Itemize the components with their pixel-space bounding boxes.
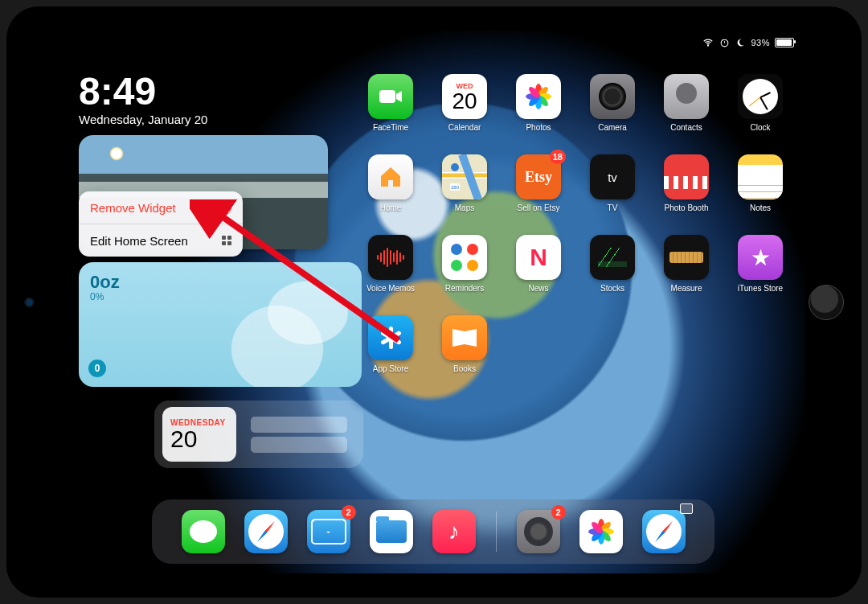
app-appstore-icon xyxy=(368,315,413,360)
app-contacts-icon xyxy=(664,74,709,119)
wifi-icon xyxy=(702,37,714,48)
widget-calendar[interactable]: WEDNESDAY 20 xyxy=(154,401,363,468)
app-safari-icon xyxy=(244,510,288,553)
status-bar: 93% xyxy=(72,35,794,50)
edit-home-screen-button[interactable]: Edit Home Screen xyxy=(79,224,243,257)
app-safari[interactable] xyxy=(244,510,289,553)
app-calendar[interactable]: WED20Calendar xyxy=(442,74,487,132)
app-stocks-icon xyxy=(590,235,635,280)
app-stocks[interactable]: Stocks xyxy=(590,235,635,293)
app-label: iTunes Store xyxy=(738,284,783,293)
app-label: Measure xyxy=(671,284,702,293)
app-photos[interactable] xyxy=(579,510,624,553)
app-camera-icon xyxy=(590,74,635,119)
app-messages-icon xyxy=(182,510,225,553)
app-vm[interactable]: Voice Memos xyxy=(368,235,413,293)
app-vm-icon xyxy=(368,235,413,280)
app-files[interactable] xyxy=(369,510,414,553)
app-photos[interactable]: Photos xyxy=(516,74,561,132)
app-clock[interactable]: Clock xyxy=(738,74,783,132)
dock-recent: 2 xyxy=(516,510,686,553)
home-button[interactable] xyxy=(809,285,844,320)
front-camera xyxy=(26,298,33,306)
widget-water-tracker[interactable]: 0oz 0% 0 xyxy=(79,262,362,387)
app-books[interactable]: Books xyxy=(442,315,487,373)
app-label: Stocks xyxy=(600,284,624,293)
app-pb-icon xyxy=(664,154,709,199)
calendar-day: 20 xyxy=(170,427,236,451)
app-books-icon xyxy=(442,315,487,360)
app-messages[interactable] xyxy=(181,510,226,553)
app-appstore[interactable]: App Store xyxy=(368,315,413,373)
battery-percentage: 93% xyxy=(751,38,770,47)
svg-text:280: 280 xyxy=(451,185,460,190)
app-photos-icon xyxy=(579,510,623,553)
app-mail[interactable]: 2 xyxy=(306,510,351,553)
calendar-events xyxy=(251,413,347,457)
app-maps-icon: 280 xyxy=(442,154,487,199)
edit-home-label: Edit Home Screen xyxy=(90,234,188,248)
app-itunes-icon xyxy=(738,235,783,280)
badge: 2 xyxy=(551,505,566,520)
photo-horizon xyxy=(79,174,328,182)
app-label: Calendar xyxy=(448,123,481,132)
app-row-3: Voice MemosRemindersNNewsStocksMeasureiT… xyxy=(368,235,802,293)
app-news[interactable]: NNews xyxy=(516,235,561,293)
app-camera[interactable]: Camera xyxy=(590,74,635,132)
app-clock-icon xyxy=(738,74,783,119)
app-label: News xyxy=(528,284,548,293)
calendar-date-tile: WEDNESDAY 20 xyxy=(162,407,236,462)
battery-icon xyxy=(775,38,794,47)
do-not-disturb-icon xyxy=(735,37,746,48)
dock-left: 2 xyxy=(181,510,477,553)
app-photos-icon xyxy=(516,74,561,119)
app-safari2[interactable] xyxy=(641,510,686,553)
dock-divider xyxy=(496,512,497,552)
app-label: Photos xyxy=(526,123,551,132)
date-text: Wednesday, January 20 xyxy=(79,113,207,126)
app-label: Maps xyxy=(455,203,474,212)
app-news-icon: N xyxy=(516,235,561,280)
llama-illustration xyxy=(201,277,354,387)
remove-widget-button[interactable]: Remove Widget xyxy=(79,191,243,224)
water-streak-badge: 0 xyxy=(88,360,106,377)
app-tv-icon: tv xyxy=(590,154,635,199)
app-etsy[interactable]: Etsy18Sell on Etsy xyxy=(516,154,561,212)
app-row-2: Home280MapsEtsy18Sell on EtsytvTVPhoto B… xyxy=(368,154,802,212)
app-measure[interactable]: Measure xyxy=(664,235,709,293)
app-label: TV xyxy=(608,203,618,212)
app-label: Sell on Etsy xyxy=(518,203,560,212)
app-facetime-icon xyxy=(368,74,413,119)
app-home[interactable]: Home xyxy=(368,154,413,212)
app-facetime[interactable]: FaceTime xyxy=(368,74,413,132)
app-home-icon xyxy=(368,154,413,199)
apps-grid-icon xyxy=(222,236,231,245)
dock: 2 2 xyxy=(152,499,714,564)
ipad-bezel: 93% 8:49 Wednesday, January 20 Remove Wi… xyxy=(6,6,862,598)
svg-point-0 xyxy=(708,45,709,46)
app-notes[interactable]: Notes xyxy=(738,154,783,212)
app-row-4: App StoreBooks xyxy=(368,315,802,373)
app-tv[interactable]: tvTV xyxy=(590,154,635,212)
app-files-icon xyxy=(370,510,413,553)
app-pb[interactable]: Photo Booth xyxy=(664,154,709,212)
lock-clock: 8:49 Wednesday, January 20 xyxy=(79,72,207,126)
app-music[interactable] xyxy=(432,510,477,553)
app-maps[interactable]: 280Maps xyxy=(442,154,487,212)
badge: 2 xyxy=(342,505,356,520)
svg-point-4 xyxy=(451,163,459,171)
app-label: Photo Booth xyxy=(664,203,708,212)
photo-sun xyxy=(109,146,124,161)
app-label: Home xyxy=(380,203,402,212)
calendar-event-placeholder xyxy=(251,417,347,433)
app-label: Voice Memos xyxy=(366,284,415,293)
remove-widget-label: Remove Widget xyxy=(90,201,176,215)
minus-circle-icon xyxy=(215,199,231,216)
app-label: Camera xyxy=(598,123,627,132)
app-itunes[interactable]: iTunes Store xyxy=(738,235,783,293)
app-rem[interactable]: Reminders xyxy=(442,235,487,293)
app-label: Contacts xyxy=(670,123,702,132)
app-contacts[interactable]: Contacts xyxy=(664,74,709,132)
app-settings[interactable]: 2 xyxy=(516,510,561,553)
calendar-event-placeholder xyxy=(251,437,347,453)
